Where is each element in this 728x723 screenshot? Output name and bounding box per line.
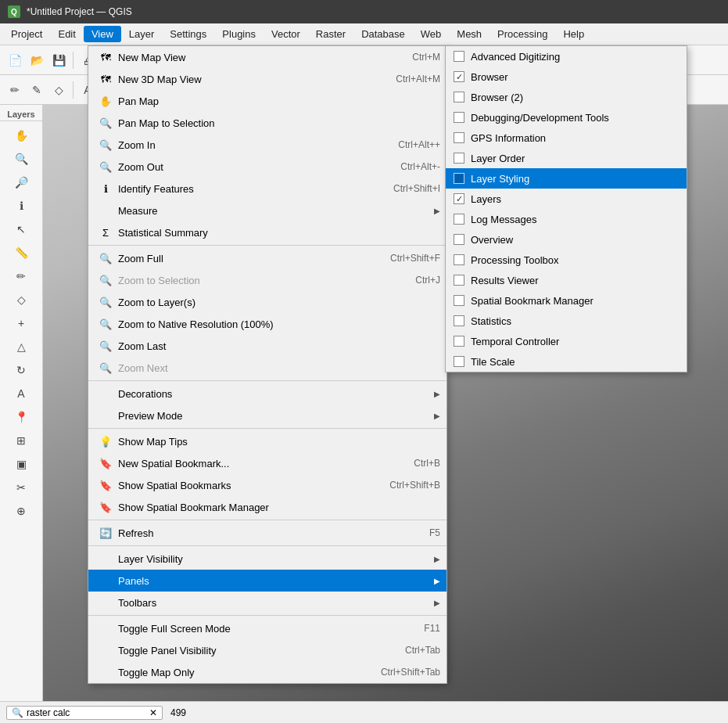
select-tool[interactable]: ↖ — [10, 218, 32, 240]
attribute-tool[interactable]: ⊞ — [10, 430, 32, 451]
menu-refresh[interactable]: 🔄 Refresh F5 — [88, 522, 446, 544]
rotate-tool[interactable]: ↻ — [10, 359, 32, 381]
zoom-out-tool[interactable]: 🔎 — [10, 171, 32, 193]
pin-tool[interactable]: 📍 — [10, 406, 32, 428]
menu-settings[interactable]: Settings — [162, 26, 214, 42]
menu-view[interactable]: View — [84, 26, 121, 42]
pan-icon: ✋ — [98, 93, 113, 109]
show-bookmarks-shortcut: Ctrl+Shift+B — [389, 480, 440, 491]
menu-identify[interactable]: ℹ Identify Features Ctrl+Shift+I — [88, 178, 446, 200]
vertex-tool[interactable]: △ — [10, 336, 32, 358]
menu-zoom-to-selection: 🔍 Zoom to Selection Ctrl+J — [88, 269, 446, 291]
edit-tool[interactable]: ✏ — [10, 265, 32, 287]
panel-label-advanced-digitizing: Advanced Digitizing — [471, 51, 560, 63]
panel-item-layer-styling[interactable]: Layer Styling — [446, 168, 687, 189]
panel-item-browser2[interactable]: Browser (2) — [446, 87, 687, 107]
menu-database[interactable]: Database — [353, 26, 413, 42]
status-bar: 🔍 ✕ 499 — [0, 701, 728, 723]
menu-measure[interactable]: Measure ▶ — [88, 200, 446, 221]
merge-tool[interactable]: ⊕ — [10, 500, 32, 522]
identify-tool[interactable]: ℹ — [10, 195, 32, 217]
menu-help[interactable]: Help — [555, 26, 592, 42]
panel-item-advanced-digitizing[interactable]: Advanced Digitizing — [446, 46, 687, 67]
checkbox-processing-toolbox — [454, 254, 464, 265]
zoom-last-icon: 🔍 — [98, 338, 113, 354]
menu-processing[interactable]: Processing — [490, 26, 555, 42]
menu-pan-to-selection[interactable]: 🔍 Pan Map to Selection — [88, 112, 446, 134]
measure-tool[interactable]: 📏 — [10, 242, 32, 264]
panel-item-temporal-controller[interactable]: Temporal Controller — [446, 331, 687, 351]
new-bookmark-icon: 🔖 — [98, 455, 113, 471]
clear-search-icon[interactable]: ✕ — [149, 707, 157, 718]
panel-item-layers[interactable]: Layers — [446, 189, 687, 209]
label-tool[interactable]: A — [10, 383, 32, 405]
menu-zoom-to-layers[interactable]: 🔍 Zoom to Layer(s) — [88, 291, 446, 313]
checkbox-layer-styling — [454, 173, 464, 184]
save-project-button[interactable]: 💾 — [48, 50, 69, 70]
digitize-button[interactable]: ✏ — [5, 80, 25, 100]
menu-preview-mode[interactable]: Preview Mode ▶ — [88, 405, 446, 426]
menu-toggle-map-only[interactable]: Toggle Map Only Ctrl+Shift+Tab — [88, 661, 446, 683]
zoom-in-label: Zoom In — [118, 139, 382, 151]
menu-new-map-view[interactable]: 🗺 New Map View Ctrl+M — [88, 46, 446, 68]
search-box[interactable]: 🔍 ✕ — [6, 706, 163, 720]
menu-show-bookmark-manager[interactable]: 🔖 Show Spatial Bookmark Manager — [88, 496, 446, 518]
panel-item-processing-toolbox[interactable]: Processing Toolbox — [446, 250, 687, 270]
toolbars-arrow: ▶ — [434, 599, 440, 607]
menu-statistical-summary[interactable]: Σ Statistical Summary — [88, 221, 446, 243]
menu-toggle-panel-visibility[interactable]: Toggle Panel Visibility Ctrl+Tab — [88, 639, 446, 661]
panel-item-spatial-bookmark-manager[interactable]: Spatial Bookmark Manager — [446, 290, 687, 311]
node-button[interactable]: ◇ — [48, 80, 69, 100]
menu-pan-map[interactable]: ✋ Pan Map — [88, 90, 446, 112]
new-project-button[interactable]: 📄 — [5, 50, 25, 70]
stats-icon: Σ — [98, 225, 113, 240]
menu-zoom-to-native[interactable]: 🔍 Zoom to Native Resolution (100%) — [88, 313, 446, 335]
panel-item-debugging[interactable]: Debugging/Development Tools — [446, 107, 687, 128]
menu-show-map-tips[interactable]: 💡 Show Map Tips — [88, 430, 446, 452]
menu-zoom-last[interactable]: 🔍 Zoom Last — [88, 335, 446, 357]
digitize-tool[interactable]: + — [10, 312, 32, 334]
menu-layer-visibility[interactable]: Layer Visibility ▶ — [88, 548, 446, 570]
panel-item-layer-order[interactable]: Layer Order — [446, 148, 687, 168]
split-tool[interactable]: ✂ — [10, 477, 32, 498]
search-input[interactable] — [27, 707, 146, 718]
menu-plugins[interactable]: Plugins — [214, 26, 264, 42]
menu-layer[interactable]: Layer — [121, 26, 163, 42]
menu-toolbars[interactable]: Toolbars ▶ — [88, 592, 446, 613]
open-project-button[interactable]: 📂 — [27, 50, 47, 70]
panel-label-overview: Overview — [471, 234, 513, 246]
layers-label: Layers — [0, 108, 42, 121]
menu-zoom-full[interactable]: 🔍 Zoom Full Ctrl+Shift+F — [88, 247, 446, 269]
feature-tool[interactable]: ▣ — [10, 453, 32, 475]
menu-zoom-in[interactable]: 🔍 Zoom In Ctrl+Alt++ — [88, 134, 446, 156]
panel-item-overview[interactable]: Overview — [446, 229, 687, 250]
show-bookmarks-label: Show Spatial Bookmarks — [118, 480, 374, 491]
panel-item-gps-information[interactable]: GPS Information — [446, 128, 687, 148]
zoom-in-tool[interactable]: 🔍 — [10, 148, 32, 170]
panel-item-browser[interactable]: Browser — [446, 67, 687, 87]
panel-label-debugging: Debugging/Development Tools — [471, 112, 609, 124]
menu-zoom-out[interactable]: 🔍 Zoom Out Ctrl+Alt+- — [88, 156, 446, 178]
node-tool[interactable]: ◇ — [10, 289, 32, 311]
menu-project[interactable]: Project — [3, 26, 50, 42]
panel-item-results-viewer[interactable]: Results Viewer — [446, 270, 687, 290]
menu-mesh[interactable]: Mesh — [449, 26, 490, 42]
pan-tool[interactable]: ✋ — [10, 124, 32, 146]
refresh-label: Refresh — [118, 527, 414, 539]
panel-item-statistics[interactable]: Statistics — [446, 311, 687, 331]
menu-new-spatial-bookmark[interactable]: 🔖 New Spatial Bookmark... Ctrl+B — [88, 452, 446, 474]
panel-item-log-messages[interactable]: Log Messages — [446, 209, 687, 229]
menu-new-3d-map-view[interactable]: 🗺 New 3D Map View Ctrl+Alt+M — [88, 68, 446, 90]
panel-label-tile-scale: Tile Scale — [471, 356, 515, 368]
menu-vector[interactable]: Vector — [264, 26, 308, 42]
menu-raster[interactable]: Raster — [308, 26, 353, 42]
menu-panels[interactable]: Panels ▶ — [88, 570, 446, 592]
edit-button[interactable]: ✎ — [27, 80, 47, 100]
menu-web[interactable]: Web — [413, 26, 450, 42]
panel-label-browser: Browser — [471, 71, 508, 83]
menu-show-spatial-bookmarks[interactable]: 🔖 Show Spatial Bookmarks Ctrl+Shift+B — [88, 474, 446, 496]
panel-item-tile-scale[interactable]: Tile Scale — [446, 351, 687, 372]
menu-toggle-fullscreen[interactable]: Toggle Full Screen Mode F11 — [88, 617, 446, 639]
menu-edit[interactable]: Edit — [50, 26, 83, 42]
menu-decorations[interactable]: Decorations ▶ — [88, 383, 446, 405]
